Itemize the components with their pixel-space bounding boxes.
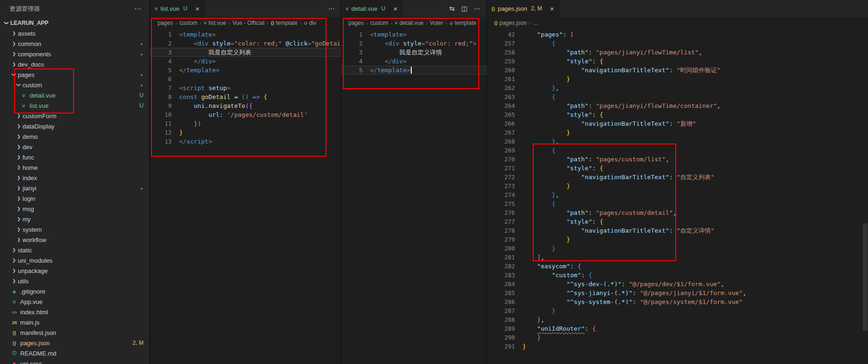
line-content[interactable]: }, <box>522 315 868 324</box>
breadcrumb-item-pages[interactable]: pages <box>158 20 173 26</box>
line-content[interactable]: 我是自定义列表 <box>179 48 340 57</box>
line-number[interactable]: 4 <box>341 57 370 66</box>
line-number[interactable]: 262 <box>487 83 522 92</box>
tree-item-common[interactable]: ❯common● <box>0 38 149 49</box>
breadcrumb-item-div[interactable]: ◇div <box>304 20 316 26</box>
line-number[interactable]: 257 <box>487 39 522 48</box>
tree-item-dev-docs[interactable]: ❯dev_docs <box>0 59 149 69</box>
line-number[interactable]: 282 <box>487 262 522 271</box>
code-line-7[interactable]: 7<script setup> <box>150 83 340 92</box>
line-content[interactable]: 我是自定义详情 <box>370 48 486 57</box>
line-number[interactable]: 291 <box>487 342 522 351</box>
line-number[interactable]: 274 <box>487 190 522 199</box>
code-line-278[interactable]: 278 "navigationBarTitleText": "自定义详情" <box>487 226 868 235</box>
tree-item-msg[interactable]: ❯msg <box>0 204 149 214</box>
line-content[interactable]: } <box>522 342 868 351</box>
line-number[interactable]: 5 <box>150 66 179 75</box>
tree-item-readme.md[interactable]: ⓘREADME.md <box>0 348 149 358</box>
line-content[interactable]: "navigationBarTitleText": "时间组件验证" <box>522 66 868 75</box>
line-number[interactable]: 273 <box>487 182 522 190</box>
line-number[interactable]: 268 <box>487 137 522 146</box>
line-content[interactable]: </div> <box>179 57 340 66</box>
line-number[interactable]: 281 <box>487 253 522 262</box>
line-content[interactable]: <div style="color: red;"> <box>370 39 486 48</box>
tab-pages-json[interactable]: {}pages.json2, M× <box>487 0 560 17</box>
code-line-10[interactable]: 10 url: '/pages/custom/detail' <box>150 110 340 119</box>
line-number[interactable]: 10 <box>150 110 179 119</box>
tree-root-learun-app[interactable]: ❯ LEARUN_APP <box>0 18 149 28</box>
line-content[interactable]: "pages": [ <box>522 30 868 39</box>
line-number[interactable]: 11 <box>150 119 179 128</box>
explorer-more-actions-icon[interactable]: ⋯ <box>134 5 142 13</box>
code-line-286[interactable]: 286 "^sys-system-(.*)": "@/pages/system/… <box>487 297 868 306</box>
breadcrumb-item-template[interactable]: ◇template <box>450 20 476 26</box>
line-content[interactable]: } <box>522 306 868 315</box>
tree-item-my[interactable]: ❯my <box>0 214 149 224</box>
line-number[interactable]: 269 <box>487 146 522 155</box>
code-line-259[interactable]: 259 "style": { <box>487 57 868 66</box>
code-line-257[interactable]: 257 { <box>487 39 868 48</box>
line-content[interactable]: "^sys-dev-(.*)": "@/pages/dev/$1/form.vu… <box>522 280 868 288</box>
code-line-9[interactable]: 9 uni.navigateTo({ <box>150 101 340 110</box>
line-number[interactable]: 277 <box>487 217 522 226</box>
line-number[interactable]: 264 <box>487 101 522 110</box>
line-number[interactable]: 279 <box>487 235 522 244</box>
code-line-6[interactable]: 6 <box>150 75 340 83</box>
line-number[interactable]: 1 <box>150 30 179 39</box>
line-number[interactable]: 13 <box>150 137 179 146</box>
tab-detail-vue[interactable]: Vdetail.vueU× <box>341 0 404 17</box>
code-line-288[interactable]: 288 }, <box>487 315 868 324</box>
line-content[interactable]: ], <box>522 253 868 262</box>
code-line-290[interactable]: 290 } <box>487 333 868 342</box>
line-content[interactable]: "navigationBarTitleText": "自定义列表" <box>522 173 868 182</box>
line-content[interactable]: <div style="color: red;" @click="goDetai… <box>179 39 340 48</box>
line-number[interactable]: 287 <box>487 306 522 315</box>
tree-item-custom[interactable]: ❯custom● <box>0 80 149 90</box>
code-line-258[interactable]: 258 "path": "pages/jianyi/flowTime/list"… <box>487 48 868 57</box>
more-actions-icon[interactable]: ⋯ <box>328 5 335 12</box>
line-content[interactable]: </template> <box>179 66 340 75</box>
line-number[interactable]: 258 <box>487 48 522 57</box>
code-line-282[interactable]: 282 "easycom": { <box>487 262 868 271</box>
line-content[interactable]: uni.navigateTo({ <box>179 101 340 110</box>
code-line-268[interactable]: 268 }, <box>487 137 868 146</box>
line-content[interactable]: "custom": { <box>522 271 868 280</box>
line-number[interactable]: 4 <box>150 57 179 66</box>
line-number[interactable]: 267 <box>487 128 522 137</box>
code-line-273[interactable]: 273 } <box>487 182 868 190</box>
code-line-263[interactable]: 263 { <box>487 92 868 101</box>
line-content[interactable]: } <box>522 182 868 190</box>
line-content[interactable]: } <box>522 75 868 83</box>
code-line-5[interactable]: 5</template> <box>150 66 340 75</box>
tree-item-main.js[interactable]: JSmain.js <box>0 317 149 327</box>
line-content[interactable]: "navigationBarTitleText": "新增" <box>522 119 868 128</box>
line-number[interactable]: 285 <box>487 288 522 297</box>
line-content[interactable]: </script> <box>179 137 340 146</box>
line-content[interactable]: } <box>522 244 868 253</box>
line-content[interactable]: { <box>522 92 868 101</box>
line-content[interactable]: url: '/pages/custom/detail' <box>179 110 340 119</box>
line-number[interactable]: 284 <box>487 280 522 288</box>
line-content[interactable]: } <box>522 333 868 342</box>
close-icon[interactable]: × <box>549 5 556 13</box>
line-content[interactable]: <template> <box>179 30 340 39</box>
tree-item-func[interactable]: ❯func <box>0 152 149 162</box>
tree-item-components[interactable]: ❯components● <box>0 49 149 59</box>
line-number[interactable]: 278 <box>487 226 522 235</box>
line-number[interactable]: 7 <box>150 83 179 92</box>
tree-item-.gitignore[interactable]: ◆.gitignore <box>0 286 149 296</box>
code-line-42[interactable]: 42 "pages": [ <box>487 30 868 39</box>
line-content[interactable]: { <box>522 199 868 208</box>
tree-item-workflow[interactable]: ❯workflow <box>0 235 149 245</box>
tree-item-system[interactable]: ❯system <box>0 224 149 235</box>
line-content[interactable]: "style": { <box>522 57 868 66</box>
line-content[interactable]: "path": "pages/custom/list", <box>522 155 868 164</box>
breadcrumb-item-custom[interactable]: custom <box>179 20 197 26</box>
code-line-289[interactable]: 289 "uniIdRouter": { <box>487 324 868 333</box>
line-content[interactable]: { <box>522 146 868 155</box>
code-line-13[interactable]: 13</script> <box>150 137 340 146</box>
breadcrumb-item-detail.vue[interactable]: Vdetail.vue <box>395 20 423 26</box>
line-number[interactable]: 263 <box>487 92 522 101</box>
line-number[interactable]: 286 <box>487 297 522 306</box>
tree-item-jianyi[interactable]: ❯jianyi● <box>0 183 149 193</box>
